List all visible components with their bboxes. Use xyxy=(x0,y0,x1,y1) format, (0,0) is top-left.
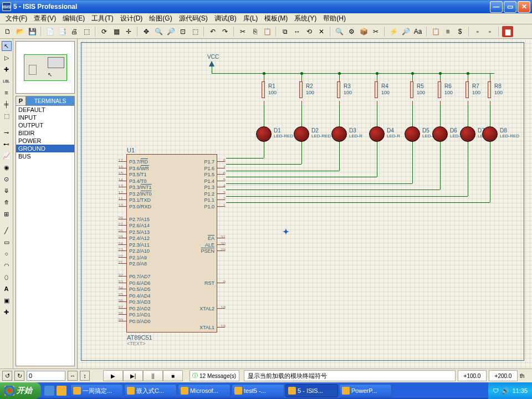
export-button[interactable]: 📑 xyxy=(57,26,68,37)
paste-button[interactable]: 📋 xyxy=(262,26,273,37)
led-D5[interactable]: D5 LED-R xyxy=(405,126,420,142)
arc-2d-mode[interactable]: ◠ xyxy=(2,260,12,270)
mirror-h-button[interactable]: ↔ xyxy=(68,371,78,381)
label-mode[interactable]: LBL xyxy=(2,76,12,86)
picklist-item[interactable]: BIDIR xyxy=(16,129,74,137)
picklist-item[interactable]: DEFAULT xyxy=(16,106,74,114)
led-D6[interactable]: D6 LED-R xyxy=(432,126,448,142)
search-button[interactable]: 🔎 xyxy=(400,26,411,37)
quick-launch-2[interactable] xyxy=(57,386,66,396)
system-tray[interactable]: 🛡 🔊 11:35 xyxy=(488,382,532,399)
graph-mode[interactable]: 📈 xyxy=(2,151,12,161)
text-2d-mode[interactable]: A xyxy=(2,284,12,294)
refresh-button[interactable]: ⟳ xyxy=(99,26,110,37)
tray-icon[interactable]: 🔊 xyxy=(502,387,509,395)
menu-T[interactable]: 工具(T) xyxy=(88,13,116,24)
terminal-mode[interactable]: ⊸ xyxy=(2,127,12,137)
pick-device-button[interactable]: P xyxy=(16,96,26,105)
taskbar-task[interactable]: Microsof... xyxy=(178,384,231,397)
resistor-R7[interactable]: R7 100 xyxy=(466,79,469,101)
menu-H[interactable]: 帮助(H) xyxy=(320,13,349,24)
pan-button[interactable]: ✥ xyxy=(141,26,152,37)
probe-v-mode[interactable]: ⤋ xyxy=(2,186,12,196)
box-2d-mode[interactable]: ▭ xyxy=(2,237,12,247)
picklist-item[interactable]: POWER xyxy=(16,137,74,145)
taskbar-task[interactable]: PowerP... xyxy=(339,384,392,397)
zoom-fit-button[interactable]: ⊡ xyxy=(177,26,188,37)
rotate-ccw-button[interactable]: ↺ xyxy=(2,371,12,381)
rotation-input[interactable] xyxy=(27,371,65,381)
tool2-button[interactable]: ▫ xyxy=(484,26,495,37)
sim-pause-button[interactable]: || xyxy=(143,370,163,381)
menu-L[interactable]: 库(L) xyxy=(240,13,262,24)
picklist-item[interactable]: OUTPUT xyxy=(16,121,74,129)
led-D4[interactable]: D4 LED-R xyxy=(369,126,385,142)
led-D7[interactable]: D7 LED-R xyxy=(460,126,475,142)
circle-2d-mode[interactable]: ○ xyxy=(2,249,12,259)
subcircuit-mode[interactable]: ⬚ xyxy=(2,111,12,121)
menu-B[interactable]: 调试(B) xyxy=(211,13,240,24)
rotate-cw-button[interactable]: ↻ xyxy=(14,371,24,381)
minimize-button[interactable]: — xyxy=(490,1,503,13)
package-button[interactable]: 📦 xyxy=(358,26,369,37)
open-button[interactable]: 📂 xyxy=(14,26,25,37)
menu-Y[interactable]: 系统(Y) xyxy=(291,13,320,24)
led-D1[interactable]: D1 LED-RED xyxy=(256,126,272,142)
resistor-R2[interactable]: R2 100 xyxy=(299,79,303,101)
menu-G[interactable]: 绘图(G) xyxy=(146,13,175,24)
taskbar-task[interactable]: 5 - ISIS... xyxy=(285,384,338,397)
pick-button[interactable]: 🔍 xyxy=(334,26,345,37)
picklist[interactable]: DEFAULTINPUTOUTPUTBIDIRPOWERGROUNDBUS xyxy=(16,106,75,366)
print-button[interactable]: 🖨 xyxy=(69,26,80,37)
menu-E[interactable]: 编辑(E) xyxy=(59,13,88,24)
line-2d-mode[interactable]: ╱ xyxy=(2,226,12,236)
resistor-R1[interactable]: R1 100 xyxy=(262,79,265,101)
sim-play-button[interactable]: ▶ xyxy=(103,370,123,381)
resistor-R4[interactable]: R4 100 xyxy=(375,79,378,101)
zoom-out-button[interactable]: 🔎 xyxy=(165,26,176,37)
origin-button[interactable]: ✛ xyxy=(123,26,134,37)
led-D8[interactable]: D8 LED-RED xyxy=(482,126,498,142)
cut-button[interactable]: ✂ xyxy=(237,26,248,37)
erc-button[interactable]: 📋 xyxy=(430,26,441,37)
component-mode[interactable]: ▷ xyxy=(2,53,12,63)
bom-button[interactable]: $ xyxy=(454,26,466,37)
maximize-button[interactable]: ▭ xyxy=(504,1,516,13)
block-move-button[interactable]: ↔ xyxy=(291,26,303,37)
symbol-2d-mode[interactable]: ▣ xyxy=(2,295,12,305)
probe-i-mode[interactable]: ⤊ xyxy=(2,197,12,207)
instrument-mode[interactable]: ⊞ xyxy=(2,209,12,219)
pin-mode[interactable]: ⊷ xyxy=(2,139,12,149)
selection-mode[interactable]: ↖ xyxy=(2,41,12,51)
tray-icon[interactable]: 🛡 xyxy=(493,387,499,394)
netlist-button[interactable]: ≡ xyxy=(442,26,453,37)
quick-launch-1[interactable] xyxy=(44,386,54,396)
text-mode[interactable]: ≡ xyxy=(2,88,12,98)
resistor-R3[interactable]: R3 100 xyxy=(337,79,340,101)
message-count[interactable]: ⓘ12 Message(s) xyxy=(190,370,239,381)
property-button[interactable]: Aa xyxy=(412,26,423,37)
zoom-area-button[interactable]: ⬚ xyxy=(190,26,201,37)
overview-window[interactable]: ↖ xyxy=(16,41,75,94)
print-area-button[interactable]: ⬚ xyxy=(81,26,92,37)
schematic-canvas[interactable]: VCC R1 100 R2 100 R3 100 xyxy=(78,39,532,369)
bus-mode[interactable]: ╪ xyxy=(2,99,12,109)
mirror-v-button[interactable]: ↕ xyxy=(80,371,90,381)
copy-button[interactable]: ⎘ xyxy=(249,26,260,37)
decompose-button[interactable]: ✂ xyxy=(370,26,381,37)
taskbar-task[interactable]: 嵌入式C... xyxy=(124,384,177,397)
menu-M[interactable]: 模板(M) xyxy=(261,13,291,24)
picklist-item[interactable]: INPUT xyxy=(16,114,74,121)
marker-mode[interactable]: ✚ xyxy=(2,307,12,317)
vcc-terminal[interactable] xyxy=(209,61,214,66)
led-D3[interactable]: D3 LED-R xyxy=(331,126,347,142)
path-2d-mode[interactable]: ⬯ xyxy=(2,272,12,282)
ares-button[interactable]: ▆ xyxy=(502,26,513,37)
menu-D[interactable]: 设计(D) xyxy=(117,13,146,24)
tape-mode[interactable]: ◉ xyxy=(2,162,12,172)
menu-V[interactable]: 查看(V) xyxy=(30,13,59,24)
taskbar-task[interactable]: 一周搞定... xyxy=(70,384,123,397)
ic-u1[interactable]: U1 AT89C51 <TEXT> P3.7/RD17P3.6/WR16P3.5… xyxy=(126,154,217,332)
import-button[interactable]: 📄 xyxy=(44,26,55,37)
block-copy-button[interactable]: ⧉ xyxy=(279,26,290,37)
